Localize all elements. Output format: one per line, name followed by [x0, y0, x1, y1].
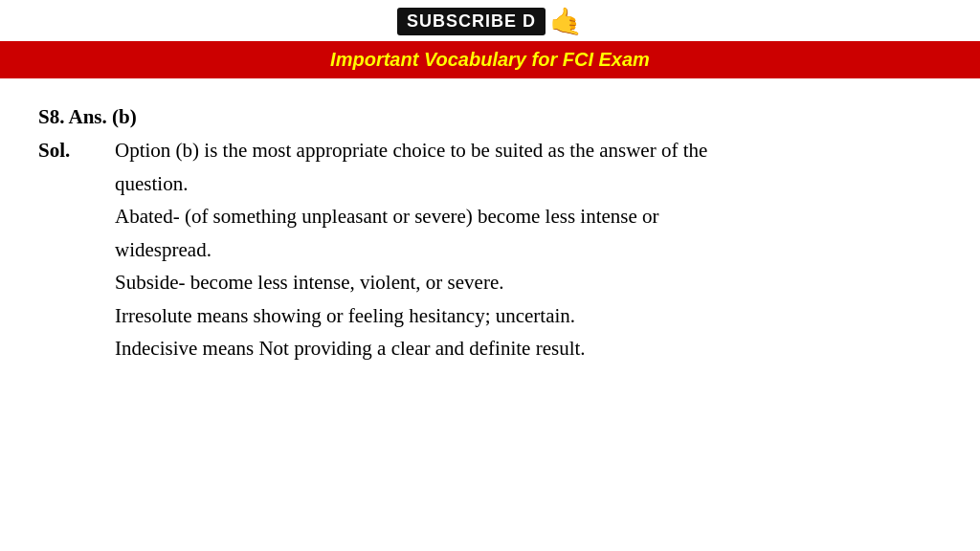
abated-definition: Abated- (of something unpleasant or seve… — [115, 201, 942, 232]
sol-line1: Option (b) is the most appropriate choic… — [115, 135, 942, 166]
logo-icon: 🤙 — [549, 6, 583, 37]
banner-title: Important Vocabulary for FCI Exam — [330, 49, 650, 70]
abated-definition2: widespread. — [115, 234, 942, 266]
solution-block: Sol. Option (b) is the most appropriate … — [38, 135, 942, 366]
subside-definition: Subside- become less intense, violent, o… — [115, 267, 942, 298]
red-banner: Important Vocabulary for FCI Exam — [0, 41, 980, 78]
answer-line: S8. Ans. (b) — [38, 105, 942, 129]
logo-container: SUBSCRIBE D 🤙 — [397, 6, 583, 37]
sol-label: Sol. — [38, 135, 115, 166]
logo-text: SUBSCRIBE D — [397, 8, 546, 35]
irresolute-definition: Irresolute means showing or feeling hesi… — [115, 300, 942, 332]
header-top: SUBSCRIBE D 🤙 — [0, 0, 980, 41]
indecisive-definition: Indecisive means Not providing a clear a… — [115, 333, 942, 364]
content-area: S8. Ans. (b) Sol. Option (b) is the most… — [0, 78, 980, 386]
sol-text-block: Option (b) is the most appropriate choic… — [115, 135, 942, 366]
sol-row: Sol. Option (b) is the most appropriate … — [38, 135, 942, 366]
sol-line1b: question. — [115, 168, 942, 200]
